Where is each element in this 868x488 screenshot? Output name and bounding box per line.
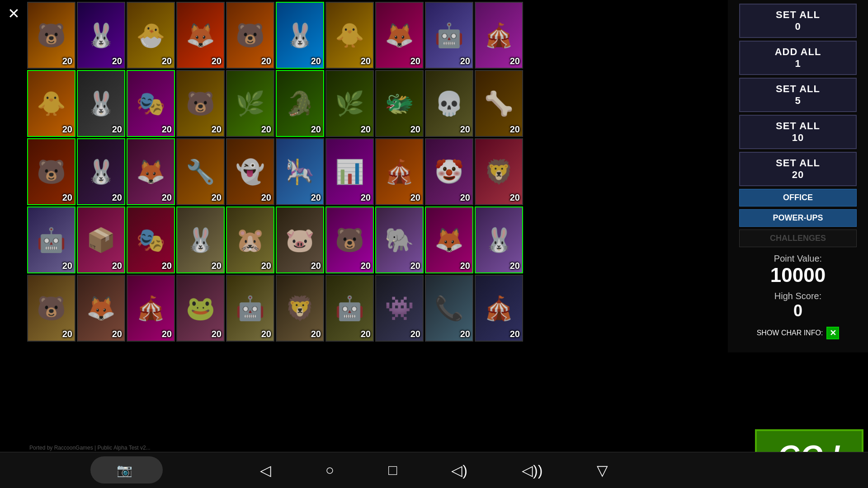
char-cell[interactable]: 🎭20 — [127, 206, 175, 273]
char-cell[interactable]: 🦊20 — [425, 206, 473, 273]
show-char-info-row: SHOW CHAR INFO: ✕ — [757, 327, 840, 339]
char-cell[interactable]: 🐻20 — [226, 2, 274, 69]
char-cell[interactable]: 🎪20 — [475, 275, 523, 342]
char-cell[interactable]: 🦊20 — [127, 138, 175, 205]
char-cell[interactable]: 🐹20 — [226, 206, 274, 273]
char-number: 20 — [162, 56, 172, 66]
char-cell[interactable]: 🐷20 — [276, 206, 324, 273]
char-cell[interactable]: 🐻20 — [27, 138, 75, 205]
char-cell[interactable]: 🤡20 — [425, 138, 473, 205]
char-cell[interactable]: 🐻20 — [326, 206, 374, 273]
char-cell[interactable]: 🦊20 — [77, 275, 125, 342]
char-number: 20 — [410, 329, 420, 339]
char-number: 20 — [261, 124, 271, 135]
char-cell[interactable]: 🎪20 — [127, 275, 175, 342]
set-all-5-button[interactable]: SET ALL5 — [739, 78, 857, 112]
char-cell[interactable]: 🤖20 — [326, 275, 374, 342]
char-cell[interactable]: 🐊20 — [276, 70, 324, 137]
char-cell[interactable]: 🐰20 — [77, 2, 125, 69]
char-cell[interactable]: 👻20 — [226, 138, 274, 205]
nav-square-icon[interactable]: □ — [388, 462, 397, 479]
char-number: 20 — [212, 261, 222, 271]
char-number: 20 — [212, 192, 222, 203]
char-number: 20 — [261, 56, 271, 66]
char-number: 20 — [212, 329, 222, 339]
set-all-10-button[interactable]: SET ALL10 — [739, 115, 857, 149]
char-cell[interactable]: 🦴20 — [475, 70, 523, 137]
nav-volume-high-icon[interactable]: ◁)) — [522, 462, 542, 479]
char-number: 20 — [460, 329, 470, 339]
char-number: 20 — [261, 261, 271, 271]
char-cell[interactable]: 🐘20 — [375, 206, 424, 273]
char-number: 20 — [311, 56, 321, 66]
char-number: 20 — [410, 56, 420, 66]
char-cell[interactable]: 🐣20 — [127, 2, 175, 69]
high-score-label: High Score: — [774, 291, 822, 301]
nav-volume-low-icon[interactable]: ◁) — [451, 462, 467, 479]
char-cell[interactable]: 🐥20 — [326, 2, 374, 69]
char-number: 20 — [361, 124, 371, 135]
challenges-tab-button[interactable]: CHALLENGES — [739, 230, 857, 247]
char-cell[interactable]: 🦊20 — [375, 2, 424, 69]
char-cell[interactable]: 🦁20 — [276, 275, 324, 342]
char-cell[interactable]: 💀20 — [425, 70, 473, 137]
nav-back-icon[interactable]: ◁ — [260, 462, 271, 479]
char-cell[interactable]: 🎭20 — [127, 70, 175, 137]
add-all-1-button[interactable]: ADD ALL1 — [739, 41, 857, 75]
char-cell[interactable]: 🐻20 — [27, 275, 75, 342]
char-number: 20 — [162, 192, 172, 203]
camera-icon: 📷 — [117, 463, 132, 478]
char-cell[interactable]: 🔧20 — [176, 138, 225, 205]
char-cell[interactable]: 🐥20 — [27, 70, 75, 137]
char-number: 20 — [112, 329, 122, 339]
char-cell[interactable]: 📦20 — [77, 206, 125, 273]
char-cell[interactable]: 🐲20 — [375, 70, 424, 137]
char-cell[interactable]: 📞20 — [425, 275, 473, 342]
char-number: 20 — [112, 192, 122, 203]
char-cell[interactable]: 🦁20 — [475, 138, 523, 205]
power-ups-tab-button[interactable]: POWER-UPS — [739, 209, 857, 227]
char-number: 20 — [460, 261, 470, 271]
char-cell[interactable]: 🐰20 — [176, 206, 225, 273]
char-cell[interactable]: 🎠20 — [276, 138, 324, 205]
char-cell[interactable]: 🌿20 — [326, 70, 374, 137]
char-cell[interactable]: 🦊20 — [176, 2, 225, 69]
navigation-bar: 📷 ◁ ○ □ ◁) ◁)) ▽ — [0, 452, 868, 488]
char-number: 20 — [510, 192, 520, 203]
show-char-info-checkbox[interactable]: ✕ — [826, 327, 839, 339]
char-cell[interactable]: 🐻20 — [176, 70, 225, 137]
char-number: 20 — [261, 192, 271, 203]
char-number: 20 — [361, 56, 371, 66]
close-button[interactable]: ✕ — [5, 5, 23, 23]
nav-down-triangle-icon[interactable]: ▽ — [597, 462, 608, 479]
nav-home-icon[interactable]: ○ — [326, 462, 334, 479]
char-number: 20 — [311, 329, 321, 339]
show-char-info-label: SHOW CHAR INFO: — [757, 329, 823, 337]
char-cell[interactable]: 🐰20 — [475, 206, 523, 273]
char-number: 20 — [62, 261, 72, 271]
camera-button[interactable]: 📷 — [90, 456, 163, 483]
char-number: 20 — [261, 329, 271, 339]
char-cell[interactable]: 🐰20 — [276, 2, 324, 69]
char-cell[interactable]: 🤖20 — [226, 275, 274, 342]
char-cell[interactable]: 🌿20 — [226, 70, 274, 137]
char-number: 20 — [361, 261, 371, 271]
char-number: 20 — [410, 192, 420, 203]
point-value-section: Point Value: 10000 — [770, 253, 826, 286]
set-all-20-button[interactable]: SET ALL20 — [739, 152, 857, 186]
char-cell[interactable]: 📊20 — [326, 138, 374, 205]
character-grid: 🐻20🐰20🐣20🦊20🐻20🐰20🐥20🦊20🤖20🎪20🐥20🐰20🎭20🐻… — [27, 2, 524, 342]
char-cell[interactable]: 🐰20 — [77, 138, 125, 205]
char-number: 20 — [410, 124, 420, 135]
char-cell[interactable]: 🐸20 — [176, 275, 225, 342]
char-cell[interactable]: 🎪20 — [375, 138, 424, 205]
char-cell[interactable]: 👾20 — [375, 275, 424, 342]
char-number: 20 — [112, 124, 122, 135]
char-cell[interactable]: 🤖20 — [27, 206, 75, 273]
office-tab-button[interactable]: OFFICE — [739, 189, 857, 206]
char-cell[interactable]: 🤖20 — [425, 2, 473, 69]
set-all-0-button[interactable]: SET ALL0 — [739, 4, 857, 38]
char-cell[interactable]: 🐻20 — [27, 2, 75, 69]
char-cell[interactable]: 🎪20 — [475, 2, 523, 69]
char-cell[interactable]: 🐰20 — [77, 70, 125, 137]
